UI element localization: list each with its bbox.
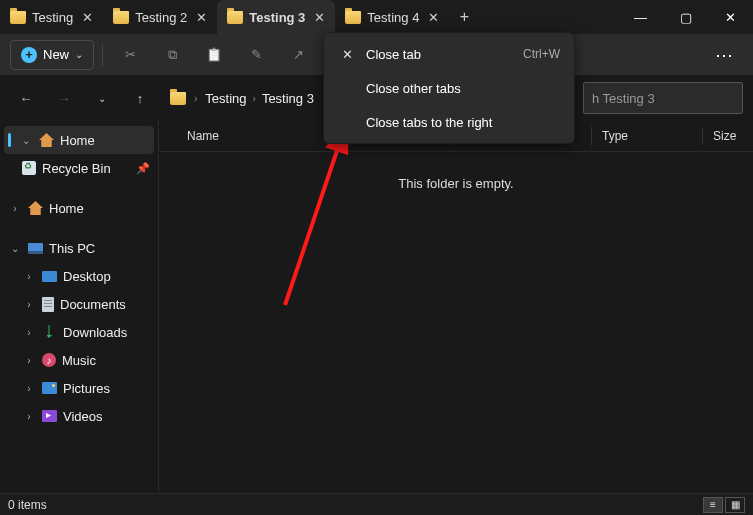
crumb[interactable]: Testing: [205, 91, 246, 106]
menu-label: Close tabs to the right: [366, 115, 560, 130]
close-icon: ✕: [338, 47, 356, 62]
sidebar-item-music[interactable]: › ♪ Music: [4, 346, 154, 374]
plus-icon: +: [21, 47, 37, 63]
tab-label: Testing 4: [367, 10, 419, 25]
chevron-right-icon: ›: [22, 271, 36, 282]
chevron-down-icon: ⌄: [75, 49, 83, 60]
sidebar-item-pictures[interactable]: › Pictures: [4, 374, 154, 402]
pc-icon: [28, 243, 43, 254]
sidebar-item-downloads[interactable]: › ⭣ Downloads: [4, 318, 154, 346]
details-view-button[interactable]: ≡: [703, 497, 723, 513]
sidebar-item-documents[interactable]: › Documents: [4, 290, 154, 318]
folder-icon: [345, 11, 361, 24]
sidebar-item-label: Recycle Bin: [42, 161, 111, 176]
search-placeholder: h Testing 3: [592, 91, 655, 106]
sidebar: ⌄ Home Recycle Bin 📌 › Home ⌄ This PC › …: [0, 120, 158, 493]
sidebar-item-label: Documents: [60, 297, 126, 312]
tab-label: Testing: [32, 10, 73, 25]
titlebar: Testing ✕ Testing 2 ✕ Testing 3 ✕ Testin…: [0, 0, 753, 34]
home-icon: [28, 201, 43, 215]
column-label: Type: [602, 129, 628, 143]
close-window-button[interactable]: ✕: [708, 0, 753, 34]
tab-testing[interactable]: Testing ✕: [0, 0, 103, 34]
sidebar-item-label: Home: [60, 133, 95, 148]
minimize-button[interactable]: ―: [618, 0, 663, 34]
pin-icon: 📌: [136, 162, 150, 175]
main-panel: Name ˄ Date modified Type Size This fold…: [158, 120, 753, 493]
desktop-icon: [42, 271, 57, 282]
chevron-down-icon: ⌄: [8, 243, 22, 254]
thumbnails-view-button[interactable]: ▦: [725, 497, 745, 513]
column-size[interactable]: Size: [703, 129, 753, 143]
picture-icon: [42, 382, 57, 394]
crumb[interactable]: Testing 3: [262, 91, 314, 106]
sidebar-item-label: Videos: [63, 409, 103, 424]
tab-context-menu: ✕ Close tab Ctrl+W Close other tabs Clos…: [323, 32, 575, 144]
new-tab-button[interactable]: +: [449, 8, 479, 26]
sidebar-item-label: Downloads: [63, 325, 127, 340]
close-icon[interactable]: ✕: [193, 9, 209, 25]
folder-icon: [113, 11, 129, 24]
forward-button[interactable]: →: [48, 82, 80, 114]
video-icon: [42, 410, 57, 422]
close-icon[interactable]: ✕: [79, 9, 95, 25]
column-type[interactable]: Type: [592, 129, 702, 143]
maximize-button[interactable]: ▢: [663, 0, 708, 34]
sidebar-item-home[interactable]: ⌄ Home: [4, 126, 154, 154]
sidebar-item-label: Pictures: [63, 381, 110, 396]
rename-button[interactable]: [237, 40, 275, 70]
chevron-right-icon: ›: [22, 299, 36, 310]
menu-shortcut: Ctrl+W: [523, 47, 560, 61]
more-button[interactable]: [705, 40, 743, 70]
chevron-right-icon: ›: [194, 93, 197, 104]
chevron-right-icon: ›: [22, 383, 36, 394]
folder-icon: [227, 11, 243, 24]
folder-icon: [170, 92, 186, 105]
sidebar-item-videos[interactable]: › Videos: [4, 402, 154, 430]
tab-testing-3[interactable]: Testing 3 ✕: [217, 0, 335, 34]
sidebar-item-recycle-bin[interactable]: Recycle Bin 📌: [4, 154, 154, 182]
tab-testing-4[interactable]: Testing 4 ✕: [335, 0, 449, 34]
cut-button[interactable]: [111, 40, 149, 70]
column-label: Name: [187, 129, 219, 143]
home-icon: [39, 133, 54, 147]
recent-button[interactable]: ⌄: [86, 82, 118, 114]
menu-label: Close other tabs: [366, 81, 560, 96]
folder-icon: [10, 11, 26, 24]
sidebar-item-home-2[interactable]: › Home: [4, 194, 154, 222]
back-button[interactable]: ←: [10, 82, 42, 114]
music-icon: ♪: [42, 353, 56, 367]
menu-close-tab[interactable]: ✕ Close tab Ctrl+W: [328, 37, 570, 71]
share-button[interactable]: [279, 40, 317, 70]
recycle-bin-icon: [22, 161, 36, 175]
menu-close-other-tabs[interactable]: Close other tabs: [328, 71, 570, 105]
sidebar-item-label: Music: [62, 353, 96, 368]
chevron-down-icon: ⌄: [19, 135, 33, 146]
chevron-right-icon: ›: [22, 355, 36, 366]
tab-testing-2[interactable]: Testing 2 ✕: [103, 0, 217, 34]
copy-button[interactable]: [153, 40, 191, 70]
chevron-right-icon: ›: [8, 203, 22, 214]
close-icon[interactable]: ✕: [311, 9, 327, 25]
chevron-right-icon: ›: [22, 327, 36, 338]
chevron-right-icon: ›: [253, 93, 256, 104]
menu-close-tabs-right[interactable]: Close tabs to the right: [328, 105, 570, 139]
new-button[interactable]: + New ⌄: [10, 40, 94, 70]
tab-label: Testing 2: [135, 10, 187, 25]
window-controls: ― ▢ ✕: [618, 0, 753, 34]
document-icon: [42, 297, 54, 312]
sidebar-item-label: Desktop: [63, 269, 111, 284]
sidebar-item-desktop[interactable]: › Desktop: [4, 262, 154, 290]
sidebar-item-label: This PC: [49, 241, 95, 256]
empty-folder-text: This folder is empty.: [159, 176, 753, 191]
up-button[interactable]: ↑: [124, 82, 156, 114]
sidebar-item-this-pc[interactable]: ⌄ This PC: [4, 234, 154, 262]
tab-label: Testing 3: [249, 10, 305, 25]
close-icon[interactable]: ✕: [425, 9, 441, 25]
paste-button[interactable]: [195, 40, 233, 70]
sidebar-item-label: Home: [49, 201, 84, 216]
chevron-right-icon: ›: [22, 411, 36, 422]
new-label: New: [43, 47, 69, 62]
search-input[interactable]: h Testing 3: [583, 82, 743, 114]
breadcrumb[interactable]: Testing › Testing 3: [205, 91, 314, 106]
